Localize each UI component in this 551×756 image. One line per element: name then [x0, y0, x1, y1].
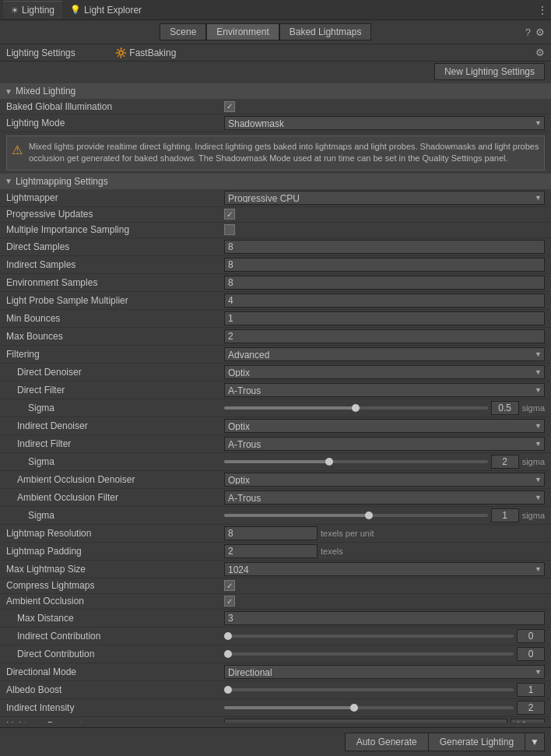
- indirect-contrib-track[interactable]: [224, 635, 514, 638]
- lm-params-view-btn[interactable]: View: [511, 719, 545, 723]
- max-bounces-row: Max Bounces: [0, 328, 551, 346]
- lm-resolution-pair: texels per unit: [224, 526, 545, 540]
- ao-sigma-thumb[interactable]: [365, 512, 373, 519]
- filtering-label: Filtering: [6, 349, 224, 360]
- settings-icon[interactable]: ⚙: [535, 26, 545, 38]
- ao-row: Ambient Occlusion ✓: [0, 594, 551, 610]
- generate-lighting-btn[interactable]: Generate Lighting: [429, 733, 525, 751]
- ao-denoiser-select[interactable]: Optix: [224, 473, 545, 487]
- lm-padding-input[interactable]: [224, 544, 318, 558]
- main-scroll: ▼ Mixed Lighting Baked Global Illuminati…: [0, 83, 551, 723]
- auto-generate-btn[interactable]: Auto Generate: [345, 733, 429, 751]
- directional-mode-label: Directional Mode: [6, 666, 224, 677]
- min-bounces-input[interactable]: [224, 311, 545, 325]
- progressive-updates-label: Progressive Updates: [6, 209, 224, 220]
- mixed-lighting-header[interactable]: ▼ Mixed Lighting: [0, 83, 551, 99]
- lightmapping-header[interactable]: ▼ Lightmapping Settings: [0, 174, 551, 189]
- albedo-boost-val[interactable]: [517, 683, 545, 697]
- direct-sigma-slider-row: sigma: [224, 401, 545, 415]
- ao-sigma-val[interactable]: [491, 508, 519, 522]
- lightmapping-title: Lightmapping Settings: [16, 176, 108, 187]
- lm-resolution-input[interactable]: [224, 526, 318, 540]
- mis-label: Multiple Importance Sampling: [6, 224, 224, 235]
- direct-sigma-thumb[interactable]: [352, 404, 360, 412]
- tab-light-explorer[interactable]: 💡 Light Explorer: [62, 2, 149, 19]
- lighting-settings-label: Lighting Settings: [6, 47, 115, 58]
- env-samples-row: Environment Samples: [0, 274, 551, 292]
- direct-contrib-val[interactable]: [517, 647, 545, 661]
- filtering-select[interactable]: Advanced: [224, 347, 545, 361]
- info-icon: ⚠: [12, 142, 23, 159]
- direct-filter-select[interactable]: A-Trous: [224, 383, 545, 397]
- tab-lighting[interactable]: ☀ Lighting: [3, 1, 62, 19]
- direct-contrib-thumb[interactable]: [224, 650, 232, 658]
- lm-resolution-label: Lightmap Resolution: [6, 528, 224, 539]
- lighting-settings-value: 🔆 FastBaking: [115, 47, 535, 58]
- direct-denoiser-select[interactable]: Optix: [224, 365, 545, 379]
- indirect-intensity-row: Indirect Intensity: [0, 699, 551, 717]
- baked-gi-checkbox[interactable]: ✓: [224, 101, 235, 112]
- albedo-boost-track[interactable]: [224, 688, 514, 691]
- direct-sigma-val[interactable]: [491, 401, 519, 415]
- tab-light-explorer-label: Light Explorer: [84, 5, 142, 16]
- max-distance-input[interactable]: [224, 611, 545, 625]
- lm-params-select[interactable]: Default-Medium: [224, 719, 507, 723]
- indirect-denoiser-select[interactable]: Optix: [224, 419, 545, 433]
- generate-dropdown-btn[interactable]: ▼: [525, 733, 545, 751]
- new-lighting-btn[interactable]: New Lighting Settings: [434, 63, 545, 80]
- max-bounces-input[interactable]: [224, 329, 545, 343]
- lp-multiplier-row: Light Probe Sample Multiplier: [0, 292, 551, 310]
- lightmapper-label: Lightmapper: [6, 192, 224, 203]
- direct-sigma-fill: [224, 406, 356, 410]
- env-samples-input[interactable]: [224, 276, 545, 290]
- lm-padding-row: Lightmap Padding texels: [0, 543, 551, 561]
- light-explorer-tab-icon: 💡: [70, 5, 81, 15]
- albedo-boost-thumb[interactable]: [224, 686, 232, 694]
- lp-multiplier-input[interactable]: [224, 294, 545, 308]
- lightmapper-select[interactable]: Progressive CPU: [224, 191, 545, 205]
- tab-bar: ☀ Lighting 💡 Light Explorer ⋮: [0, 0, 551, 20]
- mis-checkbox[interactable]: [224, 224, 235, 235]
- max-lm-size-select[interactable]: 1024: [224, 562, 545, 576]
- albedo-boost-label: Albedo Boost: [6, 684, 224, 695]
- direct-samples-input[interactable]: 8: [224, 240, 545, 254]
- lighting-mode-row: Lighting Mode Shadowmask: [0, 114, 551, 132]
- indirect-samples-input[interactable]: [224, 258, 545, 272]
- lm-padding-pair: texels: [224, 544, 545, 558]
- ao-checkbox[interactable]: ✓: [224, 596, 235, 607]
- lightmapper-dropdown-wrap: Progressive CPU: [224, 191, 545, 205]
- indirect-intensity-thumb[interactable]: [350, 704, 358, 712]
- help-icon[interactable]: ?: [525, 26, 531, 38]
- environment-tab-btn[interactable]: Environment: [206, 23, 279, 40]
- indirect-sigma-track[interactable]: [224, 460, 488, 463]
- scene-tab-btn[interactable]: Scene: [160, 23, 206, 40]
- indirect-intensity-track[interactable]: [224, 706, 514, 709]
- directional-mode-select[interactable]: Directional: [224, 665, 545, 679]
- indirect-sigma-val[interactable]: [491, 455, 519, 469]
- direct-contrib-slider-row: [224, 647, 545, 661]
- progressive-updates-checkbox[interactable]: ✓: [224, 209, 235, 220]
- indirect-contrib-val[interactable]: [517, 629, 545, 643]
- max-lm-size-row: Max Lightmap Size 1024: [0, 561, 551, 578]
- directional-mode-dropdown-wrap: Directional: [224, 665, 545, 679]
- new-lighting-row: New Lighting Settings: [0, 62, 551, 83]
- directional-mode-row: Directional Mode Directional: [0, 663, 551, 681]
- max-lm-size-label: Max Lightmap Size: [6, 564, 224, 575]
- tab-more-icon[interactable]: ⋮: [537, 4, 548, 16]
- indirect-intensity-val[interactable]: [517, 701, 545, 715]
- direct-filter-label: Direct Filter: [6, 385, 224, 396]
- compress-checkbox[interactable]: ✓: [224, 580, 235, 591]
- ao-filter-select[interactable]: A-Trous: [224, 491, 545, 505]
- baked-lightmaps-tab-btn[interactable]: Baked Lightmaps: [279, 23, 372, 40]
- indirect-denoiser-dropdown-wrap: Optix: [224, 419, 545, 433]
- max-distance-row: Max Distance: [0, 610, 551, 628]
- indirect-filter-select[interactable]: A-Trous: [224, 437, 545, 451]
- indirect-contrib-thumb[interactable]: [224, 632, 232, 640]
- indirect-sigma-thumb[interactable]: [325, 458, 333, 466]
- direct-contrib-track[interactable]: [224, 652, 514, 656]
- indirect-filter-row: Indirect Filter A-Trous: [0, 435, 551, 453]
- lighting-settings-icon[interactable]: ⚙: [535, 47, 545, 58]
- direct-sigma-track[interactable]: [224, 406, 488, 410]
- ao-sigma-track[interactable]: [224, 514, 488, 517]
- lighting-mode-select[interactable]: Shadowmask: [224, 116, 545, 130]
